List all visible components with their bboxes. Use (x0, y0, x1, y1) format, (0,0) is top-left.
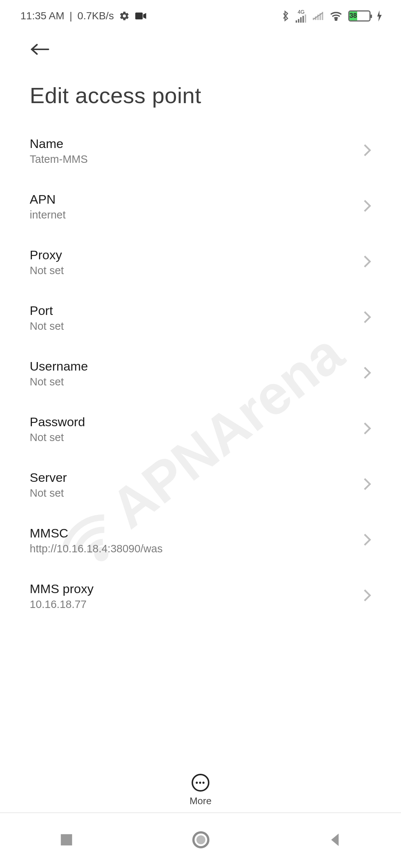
circle-icon (192, 831, 210, 849)
row-value: 10.16.18.77 (30, 598, 94, 611)
row-label: Proxy (30, 248, 64, 262)
row-value: Tatem-MMS (30, 153, 88, 165)
row-mms-proxy[interactable]: MMS proxy 10.16.18.77 (30, 568, 371, 624)
more-icon: ••• (192, 774, 209, 792)
wifi-icon (330, 11, 342, 21)
scroll-fade (0, 734, 401, 764)
svg-rect-0 (135, 12, 143, 19)
app-bar (0, 32, 401, 60)
row-label: MMSC (30, 526, 163, 540)
signal-4g-icon: 4G (296, 9, 307, 23)
svg-rect-15 (61, 834, 72, 845)
row-label: MMS proxy (30, 582, 94, 596)
chevron-right-icon (363, 589, 371, 604)
more-label: More (189, 795, 211, 807)
chevron-right-icon (363, 255, 371, 270)
svg-rect-1 (296, 20, 297, 22)
row-label: Port (30, 303, 64, 318)
chevron-right-icon (363, 533, 371, 548)
status-bar: 11:35 AM | 0.7KB/s 4G 38 (0, 0, 401, 32)
status-time: 11:35 AM (20, 10, 64, 22)
bluetooth-icon (281, 10, 290, 22)
row-username[interactable]: Username Not set (30, 346, 371, 401)
chevron-right-icon (363, 199, 371, 214)
gear-icon (119, 11, 130, 21)
signal-sim2-icon (313, 12, 324, 20)
charging-icon (376, 10, 382, 22)
svg-rect-4 (303, 16, 304, 22)
row-value: Not set (30, 376, 88, 388)
battery-percent: 38 (349, 11, 357, 20)
row-name[interactable]: Name Tatem-MMS (30, 123, 371, 179)
row-label: Server (30, 470, 67, 485)
page-title: Edit access point (0, 60, 401, 123)
square-icon (59, 833, 74, 847)
svg-rect-2 (298, 19, 299, 23)
back-button[interactable] (26, 38, 54, 60)
svg-point-17 (196, 835, 205, 844)
svg-rect-5 (305, 14, 306, 23)
row-value: internet (30, 209, 66, 221)
row-label: Username (30, 359, 88, 374)
status-network-speed: 0.7KB/s (78, 10, 114, 22)
row-mmsc[interactable]: MMSC http://10.16.18.4:38090/was (30, 513, 371, 568)
row-password[interactable]: Password Not set (30, 401, 371, 457)
chevron-right-icon (363, 366, 371, 381)
row-label: Password (30, 415, 85, 429)
nav-home-button[interactable] (192, 831, 210, 850)
nav-back-button[interactable] (328, 832, 342, 849)
triangle-left-icon (328, 832, 342, 847)
row-proxy[interactable]: Proxy Not set (30, 234, 371, 290)
battery-icon: 38 (348, 10, 371, 22)
camera-icon (135, 11, 147, 20)
nav-recent-button[interactable] (59, 833, 74, 848)
row-value: http://10.16.18.4:38090/was (30, 543, 163, 555)
row-value: Not set (30, 487, 67, 499)
row-value: Not set (30, 320, 64, 332)
row-server[interactable]: Server Not set (30, 457, 371, 513)
chevron-right-icon (363, 422, 371, 437)
row-apn[interactable]: APN internet (30, 179, 371, 234)
row-value: Not set (30, 264, 64, 277)
row-port[interactable]: Port Not set (30, 290, 371, 346)
chevron-right-icon (363, 144, 371, 158)
row-label: Name (30, 137, 88, 151)
arrow-left-icon (30, 42, 50, 57)
chevron-right-icon (363, 477, 371, 492)
chevron-right-icon (363, 310, 371, 325)
svg-point-12 (335, 19, 337, 20)
svg-rect-3 (300, 17, 302, 23)
row-value: Not set (30, 431, 85, 444)
settings-list: Name Tatem-MMS APN internet Proxy Not se… (0, 123, 401, 624)
footer-actions: ••• More (0, 765, 401, 807)
more-button[interactable]: ••• More (189, 774, 211, 807)
system-nav-bar (0, 812, 401, 868)
row-label: APN (30, 192, 66, 207)
